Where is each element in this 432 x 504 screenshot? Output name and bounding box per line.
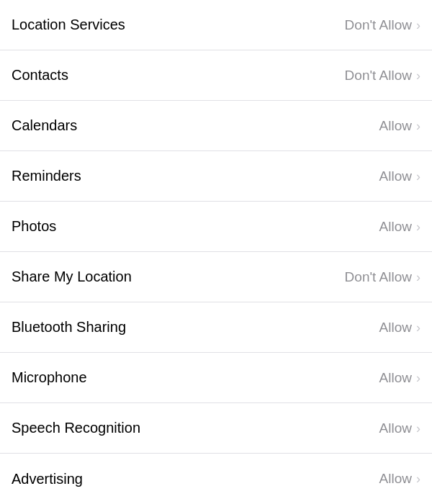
row-right-microphone: Allow› [379, 370, 420, 386]
settings-row-share-my-location[interactable]: Share My LocationDon't Allow› [0, 252, 432, 302]
label-speech-recognition: Speech Recognition [12, 420, 140, 436]
settings-row-location-services[interactable]: Location ServicesDon't Allow› [0, 0, 432, 50]
row-right-reminders: Allow› [379, 168, 420, 184]
row-right-photos: Allow› [379, 219, 420, 235]
label-calendars: Calendars [12, 117, 77, 134]
row-right-advertising: Allow› [379, 471, 420, 487]
chevron-icon-calendars: › [416, 119, 420, 134]
label-photos: Photos [12, 218, 56, 235]
chevron-icon-bluetooth-sharing: › [416, 320, 420, 336]
value-advertising: Allow [379, 471, 412, 487]
chevron-icon-share-my-location: › [416, 270, 420, 285]
row-right-location-services: Don't Allow› [345, 17, 420, 33]
settings-row-microphone[interactable]: MicrophoneAllow› [0, 353, 432, 403]
label-advertising: Advertising [12, 471, 83, 487]
value-photos: Allow [379, 219, 412, 235]
chevron-icon-reminders: › [416, 169, 420, 184]
chevron-icon-contacts: › [416, 68, 420, 84]
chevron-icon-location-services: › [416, 18, 420, 33]
label-share-my-location: Share My Location [12, 269, 132, 285]
label-microphone: Microphone [12, 369, 87, 386]
row-right-share-my-location: Don't Allow› [345, 269, 420, 285]
chevron-icon-speech-recognition: › [416, 421, 420, 436]
settings-row-contacts[interactable]: ContactsDon't Allow› [0, 50, 432, 101]
row-right-speech-recognition: Allow› [379, 420, 420, 436]
label-reminders: Reminders [12, 168, 81, 184]
settings-row-reminders[interactable]: RemindersAllow› [0, 151, 432, 202]
value-microphone: Allow [379, 370, 412, 386]
chevron-icon-microphone: › [416, 371, 420, 386]
row-right-contacts: Don't Allow› [345, 68, 420, 84]
value-contacts: Don't Allow [345, 68, 412, 84]
label-contacts: Contacts [12, 67, 68, 84]
settings-row-calendars[interactable]: CalendarsAllow› [0, 101, 432, 151]
value-calendars: Allow [379, 118, 412, 134]
label-location-services: Location Services [12, 17, 125, 33]
settings-row-speech-recognition[interactable]: Speech RecognitionAllow› [0, 403, 432, 454]
value-reminders: Allow [379, 168, 412, 184]
row-right-calendars: Allow› [379, 118, 420, 134]
value-location-services: Don't Allow [345, 17, 412, 33]
value-share-my-location: Don't Allow [345, 269, 412, 285]
settings-row-photos[interactable]: PhotosAllow› [0, 202, 432, 252]
chevron-icon-photos: › [416, 220, 420, 235]
settings-row-bluetooth-sharing[interactable]: Bluetooth SharingAllow› [0, 302, 432, 353]
settings-list: Location ServicesDon't Allow›ContactsDon… [0, 0, 432, 504]
settings-row-advertising[interactable]: AdvertisingAllow› [0, 454, 432, 504]
label-bluetooth-sharing: Bluetooth Sharing [12, 319, 126, 336]
value-speech-recognition: Allow [379, 420, 412, 436]
chevron-icon-advertising: › [416, 472, 420, 487]
value-bluetooth-sharing: Allow [379, 320, 412, 336]
row-right-bluetooth-sharing: Allow› [379, 320, 420, 336]
